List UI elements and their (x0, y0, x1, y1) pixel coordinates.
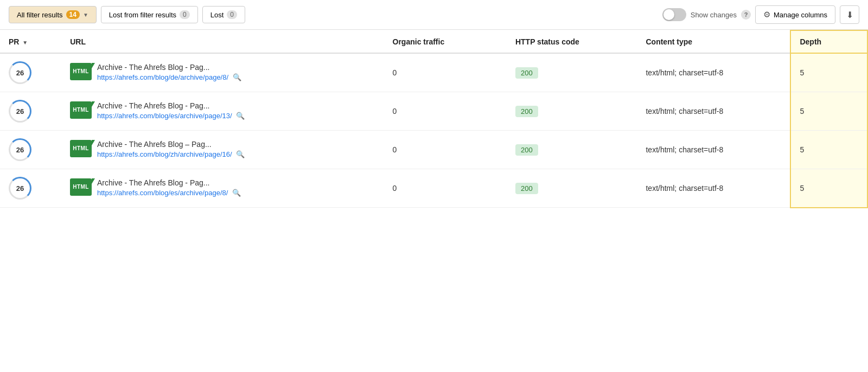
lost-filter-count: 0 (180, 10, 190, 19)
col-header-depth: Depth (790, 30, 867, 53)
organic-traffic-cell: 0 (384, 92, 507, 131)
search-icon[interactable]: 🔍 (236, 112, 245, 120)
content-type-value: text/html; charset=utf-8 (646, 145, 723, 154)
page-title: Archive - The Ahrefs Blog – Pag... (97, 140, 245, 149)
table-row: 26 HTML Archive - The Ahrefs Blog – Pag.… (0, 131, 867, 169)
toolbar: All filter results 14 ▼ Lost from filter… (0, 0, 868, 30)
content-type-value: text/html; charset=utf-8 (646, 68, 723, 77)
page-url-link[interactable]: https://ahrefs.com/blog/zh/archive/page/… (97, 150, 232, 158)
url-cell: HTML Archive - The Ahrefs Blog - Pag... … (61, 53, 384, 92)
col-header-content: Content type (637, 30, 790, 53)
pr-value: 26 (9, 177, 31, 200)
filter-count-badge: 14 (66, 10, 80, 19)
filter-btn-label: All filter results (17, 11, 63, 19)
page-title: Archive - The Ahrefs Blog - Pag... (97, 178, 241, 187)
pr-cell: 26 (0, 53, 61, 92)
page-url-link[interactable]: https://ahrefs.com/blog/es/archive/page/… (97, 189, 228, 197)
content-type-cell: text/html; charset=utf-8 (637, 131, 790, 169)
content-type-value: text/html; charset=utf-8 (646, 184, 723, 193)
page-title: Archive - The Ahrefs Blog - Pag... (97, 101, 245, 110)
table-row: 26 HTML Archive - The Ahrefs Blog - Pag.… (0, 169, 867, 208)
page-url-link[interactable]: https://ahrefs.com/blog/es/archive/page/… (97, 112, 232, 120)
pr-value: 26 (9, 61, 31, 84)
col-header-organic: Organic traffic (384, 30, 507, 53)
depth-value: 5 (800, 68, 804, 77)
content-type-cell: text/html; charset=utf-8 (637, 169, 790, 208)
content-type-value: text/html; charset=utf-8 (646, 107, 723, 116)
file-type-badge: HTML (70, 140, 92, 157)
search-icon[interactable]: 🔍 (232, 189, 241, 197)
file-type-badge: HTML (70, 178, 92, 196)
organic-traffic-value: 0 (393, 107, 397, 116)
search-icon[interactable]: 🔍 (236, 150, 245, 158)
depth-value: 5 (800, 184, 804, 193)
results-table: PR ▼ URL Organic traffic HTTP status cod… (0, 30, 868, 208)
http-status-cell: 200 (507, 53, 637, 92)
pr-value: 26 (9, 100, 31, 123)
organic-traffic-cell: 0 (384, 131, 507, 169)
gear-icon: ⚙ (763, 10, 770, 20)
http-status-cell: 200 (507, 169, 637, 208)
depth-cell: 5 (790, 131, 867, 169)
http-status-badge: 200 (515, 106, 538, 117)
manage-columns-button[interactable]: ⚙ Manage columns (755, 5, 835, 24)
pr-cell: 26 (0, 92, 61, 131)
depth-value: 5 (800, 107, 804, 116)
show-changes-label: Show changes (691, 11, 737, 19)
http-status-badge: 200 (515, 183, 538, 194)
table-header-row: PR ▼ URL Organic traffic HTTP status cod… (0, 30, 867, 53)
url-cell: HTML Archive - The Ahrefs Blog - Pag... … (61, 169, 384, 208)
pr-cell: 26 (0, 131, 61, 169)
content-type-cell: text/html; charset=utf-8 (637, 92, 790, 131)
lost-button[interactable]: Lost 0 (202, 6, 245, 23)
depth-value: 5 (800, 145, 804, 154)
download-icon: ⬇ (846, 10, 853, 20)
http-status-badge: 200 (515, 144, 538, 156)
http-status-cell: 200 (507, 92, 637, 131)
url-cell: HTML Archive - The Ahrefs Blog – Pag... … (61, 131, 384, 169)
lost-filter-label: Lost from filter results (109, 11, 176, 19)
lost-label: Lost (210, 11, 224, 19)
lost-from-filter-button[interactable]: Lost from filter results 0 (101, 6, 198, 23)
manage-columns-label: Manage columns (774, 11, 827, 19)
depth-cell: 5 (790, 53, 867, 92)
main-table-container: PR ▼ URL Organic traffic HTTP status cod… (0, 30, 868, 208)
col-header-http: HTTP status code (507, 30, 637, 53)
col-header-url: URL (61, 30, 384, 53)
all-filter-results-button[interactable]: All filter results 14 ▼ (9, 6, 97, 23)
lost-count: 0 (227, 10, 237, 19)
organic-traffic-cell: 0 (384, 169, 507, 208)
organic-traffic-cell: 0 (384, 53, 507, 92)
col-header-pr[interactable]: PR ▼ (0, 30, 61, 53)
page-title: Archive - The Ahrefs Blog - Pag... (97, 63, 241, 72)
organic-traffic-value: 0 (393, 184, 397, 193)
search-icon[interactable]: 🔍 (233, 73, 241, 81)
organic-traffic-value: 0 (393, 145, 397, 154)
page-url-link[interactable]: https://ahrefs.com/blog/de/archive/page/… (97, 73, 228, 81)
download-button[interactable]: ⬇ (840, 5, 859, 24)
file-type-badge: HTML (70, 63, 92, 80)
pr-cell: 26 (0, 169, 61, 208)
http-status-cell: 200 (507, 131, 637, 169)
help-icon[interactable]: ? (741, 10, 751, 20)
url-cell: HTML Archive - The Ahrefs Blog - Pag... … (61, 92, 384, 131)
organic-traffic-value: 0 (393, 68, 397, 77)
pr-sort-icon: ▼ (22, 40, 28, 46)
http-status-badge: 200 (515, 67, 538, 79)
table-row: 26 HTML Archive - The Ahrefs Blog - Pag.… (0, 92, 867, 131)
file-type-badge: HTML (70, 101, 92, 119)
show-changes-area: Show changes ? (662, 8, 751, 21)
filter-dropdown-arrow: ▼ (83, 12, 88, 18)
pr-value: 26 (9, 138, 31, 161)
content-type-cell: text/html; charset=utf-8 (637, 53, 790, 92)
show-changes-toggle[interactable] (662, 8, 686, 21)
depth-cell: 5 (790, 92, 867, 131)
depth-cell: 5 (790, 169, 867, 208)
table-row: 26 HTML Archive - The Ahrefs Blog - Pag.… (0, 53, 867, 92)
